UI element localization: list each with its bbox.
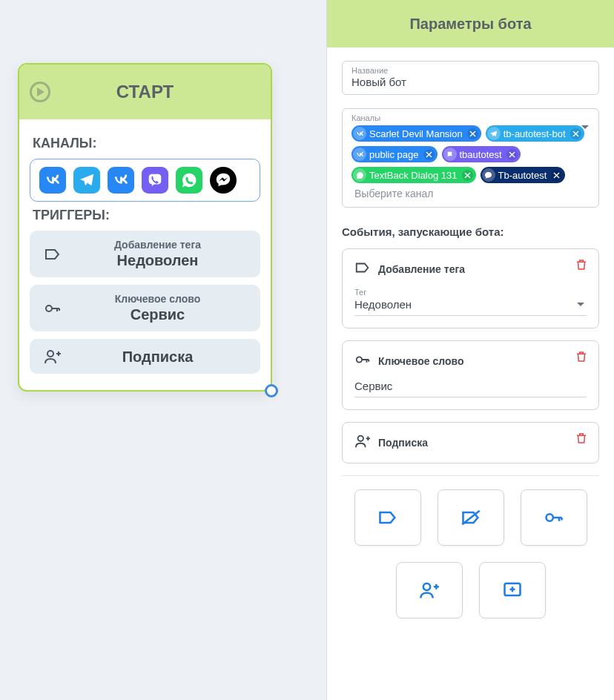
tag-select[interactable]: Тег Недоволен: [354, 288, 587, 316]
chip-remove-icon[interactable]: [551, 170, 562, 181]
events-heading: События, запускающие бота:: [342, 225, 599, 238]
output-connector[interactable]: [265, 384, 278, 397]
action-keyword[interactable]: [521, 489, 587, 546]
trigger-type-label: Добавление тега: [65, 239, 250, 251]
field-value: Новый бот: [351, 76, 590, 88]
field-label: Каналы: [351, 113, 590, 122]
subfield-value: Сервис: [354, 380, 587, 392]
svg-point-3: [358, 436, 363, 441]
chevron-down-icon: [576, 298, 585, 311]
panel-title: Параметры бота: [327, 0, 614, 47]
trigger-value: Подписка: [65, 349, 250, 366]
start-node-header: СТАРТ: [19, 65, 271, 119]
chip-label: Tb-autotest: [498, 170, 547, 181]
chip-remove-icon[interactable]: [462, 170, 473, 181]
svg-point-0: [46, 306, 52, 311]
trigger-value: Сервис: [65, 306, 250, 323]
flow-canvas[interactable]: СТАРТ КАНАЛЫ: ТРИГГЕРЫ: Добавление тега …: [0, 0, 326, 700]
card-title: Подписка: [378, 437, 428, 449]
channel-chip[interactable]: tb-autotest-bot: [486, 125, 584, 142]
keyword-input[interactable]: Сервис: [354, 380, 587, 397]
vk-icon: [353, 127, 366, 140]
chevron-down-icon[interactable]: [581, 121, 590, 134]
subfield-label: Тег: [354, 288, 587, 297]
channel-chip[interactable]: TextBack Dialog 131: [351, 167, 476, 183]
trigger-row-tag[interactable]: Добавление тега Недоволен: [30, 231, 260, 277]
channel-chip[interactable]: tbautotest: [442, 146, 521, 162]
event-card-tag: Добавление тега Тег Недоволен: [342, 248, 599, 328]
trigger-value: Недоволен: [65, 252, 250, 269]
chip-remove-icon[interactable]: [467, 128, 478, 139]
channel-chip[interactable]: Scarlet Devil Mansion: [351, 125, 481, 142]
key-icon: [354, 351, 371, 371]
card-title: Ключевое слово: [378, 355, 463, 367]
tag-icon: [354, 260, 371, 279]
messenger-icon: [210, 167, 237, 194]
chip-label: tb-autotest-bot: [504, 128, 566, 139]
start-node-title: СТАРТ: [50, 82, 240, 102]
channels-section-label: КАНАЛЫ:: [33, 136, 260, 151]
start-node[interactable]: СТАРТ КАНАЛЫ: ТРИГГЕРЫ: Добавление тега …: [18, 63, 272, 392]
trigger-row-subscribe[interactable]: Подписка: [30, 339, 260, 374]
play-icon: [30, 82, 50, 102]
chip-remove-icon[interactable]: [570, 128, 581, 139]
subfield-value: Недоволен: [354, 298, 587, 311]
delete-button[interactable]: [575, 432, 588, 448]
event-card-subscribe: Подписка: [342, 422, 599, 463]
fb-icon: [482, 168, 495, 182]
trigger-row-keyword[interactable]: Ключевое слово Сервис: [30, 285, 260, 331]
chip-label: Scarlet Devil Mansion: [369, 128, 463, 139]
chip-label: tbautotest: [460, 149, 502, 160]
vk-icon: [39, 167, 66, 194]
svg-point-4: [546, 514, 552, 521]
delete-button[interactable]: [575, 350, 588, 366]
action-add-tag[interactable]: [354, 489, 421, 546]
channel-chips: Scarlet Devil Mansiontb-autotest-botpubl…: [351, 125, 590, 199]
channel-chip[interactable]: public page: [351, 146, 438, 162]
settings-panel: Параметры бота Название Новый бот Каналы…: [326, 0, 614, 700]
chip-label: TextBack Dialog 131: [369, 170, 458, 181]
vk-icon-2: [108, 167, 134, 194]
key-icon: [40, 300, 65, 317]
svg-point-1: [47, 351, 53, 357]
divider: [342, 475, 599, 476]
action-remove-tag[interactable]: [438, 489, 504, 546]
vk-icon: [353, 148, 366, 161]
channel-box[interactable]: [30, 159, 260, 202]
action-subscriber[interactable]: [396, 562, 463, 618]
chip-label: public page: [369, 149, 419, 160]
channels-field[interactable]: Каналы Scarlet Devil Mansiontb-autotest-…: [342, 108, 599, 208]
channel-chip[interactable]: Tb-autotest: [481, 167, 566, 183]
delete-button[interactable]: [575, 258, 588, 274]
chip-remove-icon[interactable]: [423, 149, 435, 160]
subscriber-icon: [354, 433, 371, 452]
tag-icon: [40, 245, 65, 263]
trigger-type-label: Ключевое слово: [65, 293, 250, 305]
whatsapp-icon: [176, 167, 202, 194]
svg-point-2: [357, 357, 362, 362]
field-label: Название: [351, 66, 590, 75]
card-title: Добавление тега: [378, 263, 465, 275]
action-buttons: [342, 489, 599, 627]
vb-icon: [443, 148, 457, 161]
action-message[interactable]: [479, 562, 546, 618]
telegram-icon: [73, 167, 100, 194]
svg-point-5: [423, 584, 429, 590]
channel-placeholder: Выберите канал: [351, 188, 434, 199]
tg-icon: [487, 127, 501, 140]
chip-remove-icon[interactable]: [506, 149, 518, 160]
triggers-section-label: ТРИГГЕРЫ:: [33, 208, 260, 223]
event-card-keyword: Ключевое слово Сервис: [342, 340, 599, 410]
wa-icon: [353, 168, 366, 182]
bot-name-field[interactable]: Название Новый бот: [342, 61, 599, 95]
viber-icon: [142, 167, 168, 194]
subscriber-icon: [40, 348, 65, 366]
